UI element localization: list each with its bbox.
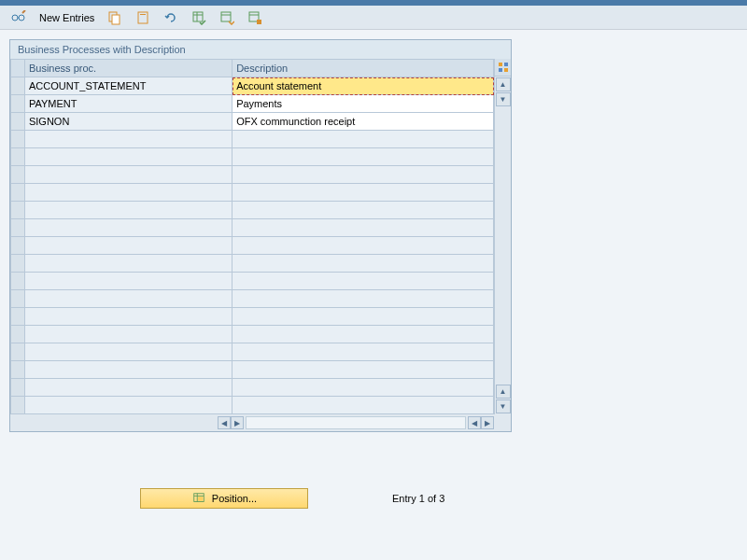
new-entries-label: New Entries [39,12,94,23]
grid-settings-icon[interactable] [495,59,511,77]
row-selector[interactable] [11,202,25,219]
row-selector[interactable] [11,326,25,343]
table-row [11,273,494,290]
column-header-business-proc[interactable]: Business proc. [24,60,232,77]
scroll-track[interactable] [246,416,466,429]
row-selector[interactable] [11,237,25,255]
scroll-right-button[interactable]: ▶ [481,416,494,429]
svg-rect-7 [140,14,146,15]
table-save-button[interactable] [244,8,266,27]
paste-button[interactable] [132,8,154,27]
cell-description[interactable]: Account statement [233,77,494,95]
svg-rect-5 [112,15,120,24]
cell-business-proc[interactable]: ACCOUNT_STATEMENT [24,77,232,95]
entry-count-text: Entry 1 of 3 [392,493,444,504]
undo-button[interactable] [160,8,182,27]
svg-rect-11 [221,12,231,21]
scroll-left-button[interactable]: ◀ [218,416,231,429]
undo-icon [163,10,178,25]
table-row: PAYMENT Payments [11,95,494,113]
svg-rect-16 [499,63,502,66]
panel-title: Business Processes with Description [10,40,511,59]
table-row [11,255,494,273]
row-selector[interactable] [11,397,25,414]
svg-rect-8 [193,12,203,21]
svg-line-3 [22,10,25,13]
svg-rect-15 [257,20,261,24]
row-selector[interactable] [11,308,25,326]
table-row [11,202,494,219]
svg-point-1 [19,15,24,21]
paste-icon [135,10,150,25]
row-selector[interactable] [11,113,25,131]
table-row [11,148,494,166]
cell-description[interactable]: OFX communction receipt [233,113,494,131]
row-selector[interactable] [11,184,25,202]
row-selector[interactable] [11,131,25,148]
position-label: Position... [212,493,257,504]
row-selector[interactable] [11,148,25,166]
table-row [11,361,494,379]
column-header-description[interactable]: Description [233,60,494,77]
table-row [11,237,494,255]
table-check-icon [191,10,206,25]
table-row [11,166,494,184]
new-entries-button[interactable]: New Entries [35,10,98,25]
table-check-button[interactable] [188,8,210,27]
table-row [11,343,494,361]
cell-business-proc[interactable]: SIGNON [24,113,232,131]
svg-rect-18 [499,68,502,72]
cell-description[interactable]: Payments [233,95,494,113]
business-processes-table: Business proc. Description ACCOUNT_STATE… [10,59,494,414]
cell-business-proc[interactable]: PAYMENT [24,95,232,113]
table-header-row: Business proc. Description [11,60,494,77]
table-row [11,131,494,148]
row-selector[interactable] [11,77,25,95]
scroll-up-button[interactable]: ▲ [496,385,511,399]
table-row [11,379,494,397]
scroll-left-button[interactable]: ◀ [468,416,481,429]
scroll-up-button[interactable]: ▲ [496,77,511,91]
svg-rect-23 [198,497,203,500]
row-selector[interactable] [11,255,25,273]
table-row [11,326,494,343]
row-selector[interactable] [11,273,25,290]
row-selector[interactable] [11,343,25,361]
display-change-button[interactable] [7,8,30,27]
table-row: SIGNON OFX communction receipt [11,113,494,131]
vertical-scrollbar[interactable]: ▲ ▼ ▲ ▼ [494,59,511,414]
svg-rect-17 [504,63,508,66]
svg-rect-6 [138,12,148,23]
table-row [11,290,494,308]
table-row: ACCOUNT_STATEMENT Account statement [11,77,494,95]
row-selector[interactable] [11,95,25,113]
business-processes-panel: Business Processes with Description Busi… [9,39,512,432]
scroll-down-button[interactable]: ▼ [496,399,511,413]
table-row [11,308,494,326]
svg-point-0 [12,15,18,21]
svg-rect-19 [504,68,508,72]
row-selector[interactable] [11,361,25,379]
footer: Position... Entry 1 of 3 [9,488,738,509]
select-all-corner[interactable] [11,60,25,77]
application-toolbar: New Entries [0,6,747,30]
table-row [11,219,494,237]
position-button[interactable]: Position... [140,488,308,509]
row-selector[interactable] [11,166,25,184]
table-row [11,184,494,202]
glasses-pencil-icon [11,10,26,25]
content-area: Business Processes with Description Busi… [0,30,747,518]
scroll-down-button[interactable]: ▼ [496,92,511,106]
table-arrow-button[interactable] [216,8,238,27]
table-row [11,397,494,414]
copy-icon [107,10,122,25]
row-selector[interactable] [11,219,25,237]
copy-button[interactable] [104,8,126,27]
position-icon [191,491,206,506]
horizontal-scrollbar[interactable]: ◀ ▶ ◀ ▶ [10,414,511,431]
row-selector[interactable] [11,379,25,397]
table-save-icon [247,10,262,25]
row-selector[interactable] [11,290,25,308]
scroll-right-button[interactable]: ▶ [231,416,244,429]
table-arrow-icon [219,10,234,25]
